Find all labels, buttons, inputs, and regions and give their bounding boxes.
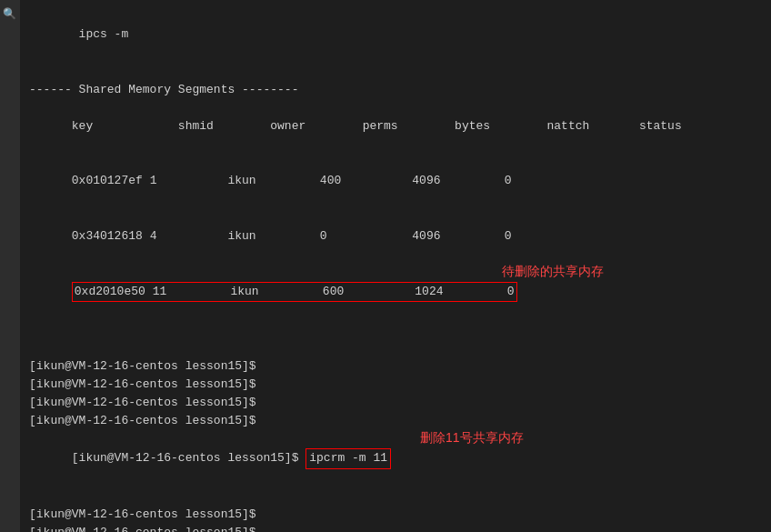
terminal-main[interactable]: ipcs -m ------ Shared Memory Segments --… (20, 0, 771, 532)
terminal-wrapper: 🔍 ipcs -m ------ Shared Memory Segments … (0, 0, 771, 532)
blank-2 (29, 339, 762, 357)
blank-prompt-3: [ikun@VM-12-16-centos lesson15]$ (29, 394, 762, 412)
initial-command-line: ipcs -m (29, 7, 762, 62)
blank-prompt-4: [ikun@VM-12-16-centos lesson15]$ (29, 412, 762, 430)
delete-cmd-box: ipcrm -m 11 (305, 448, 391, 468)
sidebar: 🔍 (0, 0, 20, 532)
blank-1 (29, 62, 762, 80)
shm-row-3-highlighted: 0xd2010e50 11 ikun 600 1024 0 待删除的共享内存 (29, 264, 762, 339)
shm-row-1: 0x010127ef 1 ikun 400 4096 0 (29, 154, 762, 208)
after-prompt-1: [ikun@VM-12-16-centos lesson15]$ (29, 506, 762, 524)
annotation-delete-target: 待删除的共享内存 (502, 262, 604, 282)
search-icon[interactable]: 🔍 (3, 7, 17, 22)
col-header-1: key shmid owner perms bytes nattch statu… (29, 99, 762, 154)
shm-row-2: 0x34012618 4 ikun 0 4096 0 (29, 209, 762, 264)
blank-prompt-1: [ikun@VM-12-16-centos lesson15]$ (29, 357, 762, 376)
highlight-box-1: 0xd2010e50 11 ikun 600 1024 0 (72, 282, 517, 302)
after-prompt-2: [ikun@VM-12-16-centos lesson15]$ (29, 524, 762, 532)
delete-command-line: [ikun@VM-12-16-centos lesson15]$ ipcrm -… (29, 430, 762, 506)
blank-prompt-2: [ikun@VM-12-16-centos lesson15]$ (29, 376, 762, 394)
shm-header-1: ------ Shared Memory Segments -------- (29, 81, 762, 99)
annotation-delete-action: 删除11号共享内存 (420, 428, 524, 448)
initial-cmd: ipcs -m (72, 27, 128, 41)
